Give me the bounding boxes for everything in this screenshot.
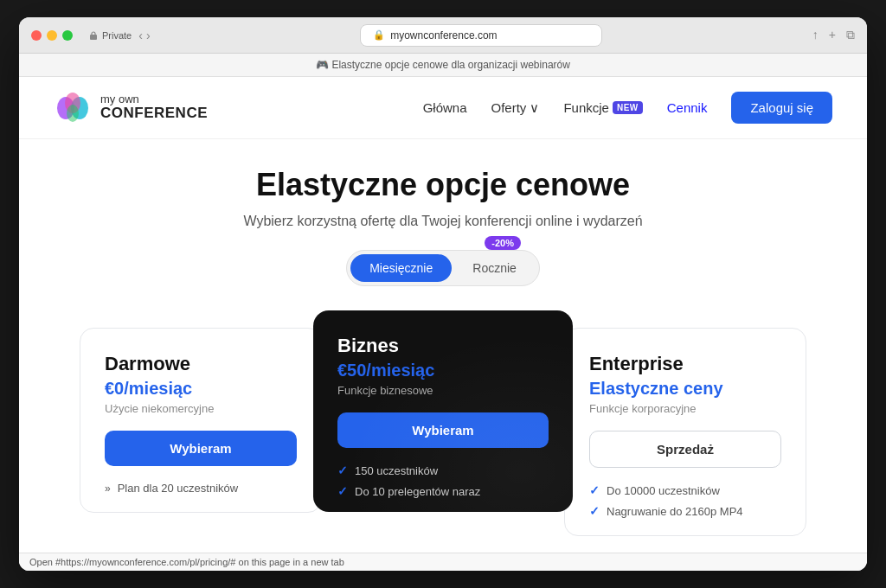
hero-title: Elastyczne opcje cenowe <box>36 167 850 203</box>
plan-card-darmowe: Darmowe €0/miesiąc Użycie niekomercyjne … <box>80 328 322 513</box>
logo-conference: CONFERENCE <box>100 105 208 122</box>
features-biznes: ✓ 150 uczestników ✓ Do 10 prelegentów na… <box>337 463 549 498</box>
feature-item: ✓ Do 10000 uczestników <box>589 483 781 497</box>
billing-toggle-wrapper: -20% Miesięcznie Rocznie <box>36 250 850 286</box>
check-icon: ✓ <box>337 484 348 498</box>
logo-my-own: my own <box>100 93 208 105</box>
svg-rect-0 <box>90 35 97 40</box>
features-darmowe: » Plan dla 20 uczestników <box>105 482 297 495</box>
nav-arrows: ‹ › <box>138 29 150 42</box>
nav-oferty[interactable]: Oferty ∨ <box>491 100 540 116</box>
hero-subtitle: Wybierz korzystną ofertę dla Twojej konf… <box>36 214 850 229</box>
notification-text: 🎮 Elastyczne opcje cenowe dla organizacj… <box>316 59 570 71</box>
nav-funkcje[interactable]: Funkcje NEW <box>563 100 642 115</box>
lock-icon: 🔒 <box>373 29 385 41</box>
windows-icon[interactable]: ⧉ <box>846 28 855 42</box>
page-content: my own CONFERENCE Główna Oferty ∨ Funkcj… <box>19 77 867 571</box>
status-bar: Open #https://myownconference.com/pl/pri… <box>19 553 867 571</box>
minimize-button[interactable] <box>47 30 57 41</box>
forward-arrow[interactable]: › <box>146 29 151 42</box>
navbar: my own CONFERENCE Główna Oferty ∨ Funkcj… <box>19 77 867 139</box>
plan-card-enterprise: Enterprise Elastyczne ceny Funkcje korpo… <box>564 328 806 536</box>
yearly-toggle[interactable]: Rocznie <box>453 254 536 282</box>
discount-badge: -20% <box>485 236 521 250</box>
features-enterprise: ✓ Do 10000 uczestników ✓ Nagruwanie do 2… <box>589 483 781 518</box>
chevron-down-icon: ∨ <box>530 100 539 116</box>
browser-window: Private ‹ › 🔒 myownconference.com ↑ + ⧉ … <box>19 17 867 571</box>
new-tab-icon[interactable]: + <box>829 28 836 42</box>
plan-card-biznes: Biznes €50/miesiąc Funkcje biznesowe Wyb… <box>313 310 573 512</box>
login-button[interactable]: Zaloguj się <box>731 92 832 124</box>
feature-item: » Plan dla 20 uczestników <box>105 482 297 495</box>
logo[interactable]: my own CONFERENCE <box>54 89 208 127</box>
select-btn-enterprise[interactable]: Sprzedaż <box>589 431 781 468</box>
nav-links: Główna Oferty ∨ Funkcje NEW Cennik Zalog… <box>423 92 832 124</box>
plan-price-darmowe: €0/miesiąc <box>105 379 297 399</box>
check-icon: ✓ <box>589 483 600 497</box>
plan-name-darmowe: Darmowe <box>105 353 297 375</box>
feature-item: ✓ 150 uczestników <box>337 463 549 477</box>
browser-tab-area: Private ‹ › <box>88 29 151 42</box>
browser-titlebar: Private ‹ › 🔒 myownconference.com ↑ + ⧉ <box>19 17 867 54</box>
plan-price-enterprise: Elastyczne ceny <box>589 379 781 399</box>
billing-toggle: Miesięcznie Rocznie <box>346 250 540 286</box>
address-bar[interactable]: 🔒 myownconference.com <box>360 24 602 47</box>
nav-hlavna[interactable]: Główna <box>423 100 467 115</box>
status-text: Open #https://myownconference.com/pl/pri… <box>29 557 344 567</box>
feature-item: ✓ Nagruwanie do 2160p MP4 <box>589 504 781 518</box>
pricing-section: Darmowe €0/miesiąc Użycie niekomercyjne … <box>19 328 867 553</box>
logo-text: my own CONFERENCE <box>100 93 208 122</box>
select-btn-biznes[interactable]: Wybieram <box>337 412 549 448</box>
plan-name-enterprise: Enterprise <box>589 353 781 375</box>
check-icon: ✓ <box>337 463 348 477</box>
back-arrow[interactable]: ‹ <box>138 29 143 42</box>
plan-name-biznes: Biznes <box>337 335 549 357</box>
svg-point-4 <box>67 105 79 122</box>
private-badge: Private <box>88 30 132 41</box>
maximize-button[interactable] <box>62 30 73 41</box>
url-text: myownconference.com <box>390 29 497 42</box>
browser-actions: ↑ + ⧉ <box>812 28 855 42</box>
notification-bar: 🎮 Elastyczne opcje cenowe dla organizacj… <box>19 54 867 77</box>
select-btn-darmowe[interactable]: Wybieram <box>105 431 297 466</box>
monthly-toggle[interactable]: Miesięcznie <box>350 254 452 282</box>
nav-cennik[interactable]: Cennik <box>667 100 708 115</box>
share-icon[interactable]: ↑ <box>812 28 819 42</box>
check-icon: ✓ <box>589 504 600 518</box>
plan-desc-darmowe: Użycie niekomercyjne <box>105 402 297 415</box>
new-badge: NEW <box>613 101 643 114</box>
hero-section: Elastyczne opcje cenowe Wybierz korzystn… <box>19 139 867 328</box>
traffic-lights <box>31 30 73 41</box>
arrow-icon: » <box>105 483 111 495</box>
address-bar-wrapper: 🔒 myownconference.com <box>159 24 804 47</box>
feature-item: ✓ Do 10 prelegentów naraz <box>337 484 549 498</box>
plan-desc-enterprise: Funkcje korporacyjne <box>589 402 781 415</box>
close-button[interactable] <box>31 30 42 41</box>
plan-desc-biznes: Funkcje biznesowe <box>337 384 549 397</box>
plan-price-biznes: €50/miesiąc <box>337 361 549 380</box>
